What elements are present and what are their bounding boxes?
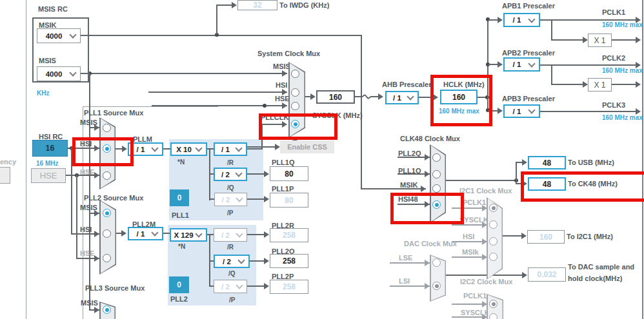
chevron-down-icon [528,15,535,23]
arrow [232,2,237,8]
chevron-down-icon [151,229,158,236]
pll2-p-label: /P [229,296,235,304]
sys-mux-hse-radio[interactable] [291,102,299,110]
pclk1-max-label: 160 MHz max [602,21,643,28]
arrow [310,93,316,100]
junction-dot [263,104,267,108]
ahb-value: / 1 [387,94,408,102]
pll2p-value-box: 258 [270,280,308,294]
pll2-n-label: *N [178,243,185,251]
apb2-prescaler-label: APB2 Prescaler [502,49,555,57]
clk48-msik-radio[interactable] [432,184,441,193]
apb3-prescaler-dropdown[interactable]: / 1 [503,104,540,118]
pll3-source-mux-title: PLL3 Source Mux [85,284,145,292]
sys-mux-hsi-radio[interactable] [291,88,299,97]
arrow [482,238,487,245]
arrow [264,171,269,177]
pll2-mux-hse-radio[interactable] [103,254,111,262]
wire [209,198,214,200]
apb3-value: / 1 [505,108,529,115]
wire [76,175,77,259]
apb1-timer-mult-box: X 1 [588,34,612,47]
pll2-mux-hsi-radio[interactable] [103,229,111,238]
annotation-highlight-ck48 [521,171,644,202]
i2c1-clock-mux-title: I2C1 Clock Mux [459,187,512,195]
pll2-p-dropdown: / 2 [214,280,247,293]
wire [551,20,552,40]
pll2-n-value: X 129 [171,231,196,239]
pll2q-value-box: 258 [270,254,308,268]
clk48-clock-mux-title: CLK48 Clock Mux [400,135,460,142]
pll1-p-dropdown: / 2 [214,193,247,206]
chevron-down-icon [69,31,76,38]
pll2m-value: / 1 [129,230,152,238]
arrow [264,231,269,238]
panel-right-border [642,0,643,319]
wire [488,19,498,21]
pll1-mux-hse-radio[interactable] [103,171,111,180]
pll2r-value-box: 258 [270,228,308,242]
msis-dropdown[interactable]: 4000 [37,66,81,81]
hsi-rc-box: 16 [32,140,68,157]
pll1-frac-box[interactable]: 0 [170,189,189,206]
arrow [94,255,99,262]
wire [247,173,265,175]
arrow [521,233,527,239]
pll2-frac-box[interactable]: 0 [169,276,189,293]
wire [247,234,265,235]
iwdg-value-box: 32 [237,0,277,10]
sysclk-value-box[interactable]: 160 [316,90,355,104]
pll1-mux-msis-radio[interactable] [103,124,111,132]
hsi-freq-label: 16 MHz [36,160,58,167]
chevron-down-icon [235,169,242,177]
msik-dropdown[interactable]: 4000 [37,28,81,43]
i2c2-clock-mux-title: I2C2 Clock Mux [460,278,512,285]
pll1-r-value: / 1 [215,146,236,153]
wire [163,148,170,150]
pll2-p-value: / 2 [214,283,237,291]
arrow [425,154,430,160]
ahb-prescaler-dropdown[interactable]: / 1 [385,91,419,104]
arrow [498,17,503,23]
hse-box: HSE [31,168,66,183]
dac-value-box: 0.032 [528,267,566,282]
clock-configuration-canvas: ency [0,0,644,319]
chevron-down-icon [237,256,245,264]
arrow [498,108,503,114]
pll2-mux-msis-radio[interactable] [103,209,111,217]
msis-unit-label: KHz [37,90,49,97]
pll1-q-dropdown[interactable]: / 2 [214,168,247,181]
pll3-mux-msis-radio[interactable] [103,305,111,314]
pll2m-dropdown[interactable]: / 1 [128,227,163,240]
arrow [425,171,430,177]
wire [209,260,214,262]
apb1-prescaler-dropdown[interactable]: / 1 [503,13,540,27]
wire [243,146,277,148]
apb2-prescaler-dropdown[interactable]: / 1 [503,57,540,72]
pll2-q-dropdown[interactable]: / 2 [214,255,250,268]
chevron-down-icon [407,93,414,100]
cropped-frequency-label: ency [0,158,16,166]
pll2-r-label: /R [227,244,234,251]
arrow [482,301,487,307]
pll-container-top-border [83,106,218,107]
chevron-down-icon [195,230,202,237]
pll2-q-label: /Q [228,270,236,278]
pll1-r-dropdown[interactable]: / 1 [214,142,247,156]
arrow [636,81,641,88]
wire [207,148,214,150]
pll1-n-dropdown[interactable]: X 10 [170,142,207,156]
i2c1-hsi-label: HSI [463,233,474,240]
wire [516,162,517,184]
arrow [264,283,269,289]
arrow [583,81,588,88]
arrow [522,272,527,278]
pll2-n-dropdown[interactable]: X 129 [170,228,207,242]
clk48-pll2q-radio[interactable] [432,153,441,162]
clk48-pll1q-radio[interactable] [432,170,441,179]
enable-css-button[interactable]: Enable CSS [280,140,334,153]
sys-mux-msis-radio[interactable] [291,70,299,78]
arrow [94,172,99,179]
wire [446,275,523,276]
pll1-q-label: /Q [227,184,234,192]
